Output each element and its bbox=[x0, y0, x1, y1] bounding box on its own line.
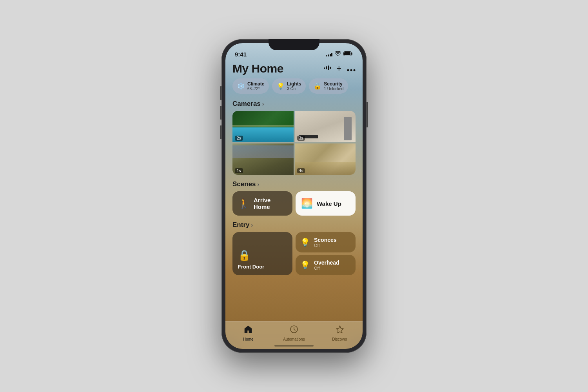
wake-up-card[interactable]: 🌅 Wake Up bbox=[296, 191, 356, 216]
signal-icon bbox=[326, 52, 333, 56]
security-pill[interactable]: 🔒 Security 1 Unlocked bbox=[309, 78, 348, 94]
security-sub: 1 Unlocked bbox=[324, 87, 343, 91]
climate-sub: 68–72° bbox=[247, 87, 264, 91]
sconces-icon: 💡 bbox=[300, 238, 310, 247]
overhead-status: Off bbox=[314, 266, 339, 270]
page-title: My Home bbox=[232, 62, 283, 75]
security-label: Security bbox=[324, 81, 343, 87]
lights-icon: 💡 bbox=[277, 82, 285, 90]
app-header: My Home + bbox=[232, 60, 356, 75]
cameras-label: Cameras bbox=[232, 100, 261, 108]
svg-point-6 bbox=[347, 69, 349, 71]
tab-automations[interactable]: Automations bbox=[282, 325, 306, 341]
lights-label: Lights bbox=[287, 81, 301, 87]
battery-icon bbox=[343, 51, 353, 57]
home-tab-icon bbox=[244, 325, 252, 336]
camera-gym-timer: 3s bbox=[297, 136, 305, 141]
svg-rect-1 bbox=[344, 52, 350, 55]
status-icons bbox=[326, 51, 354, 57]
status-pills: ❄️ Climate 68–72° 💡 Lights 3 On 🔒 bbox=[232, 78, 356, 94]
climate-icon: ❄️ bbox=[237, 82, 245, 90]
home-tab-label: Home bbox=[243, 337, 254, 341]
overhead-icon: 💡 bbox=[300, 260, 310, 270]
sconces-name: Sconces bbox=[314, 237, 337, 243]
add-button[interactable]: + bbox=[336, 64, 341, 74]
main-content: My Home + bbox=[225, 60, 363, 325]
security-icon: 🔒 bbox=[314, 82, 321, 90]
camera-living[interactable]: 4s bbox=[295, 143, 356, 175]
svg-point-8 bbox=[354, 69, 356, 71]
entry-chevron: › bbox=[251, 222, 253, 228]
wake-up-label: Wake Up bbox=[317, 200, 341, 207]
cameras-section-header[interactable]: Cameras › bbox=[232, 100, 356, 108]
camera-pool[interactable]: 2s bbox=[232, 111, 294, 142]
svg-rect-2 bbox=[324, 67, 325, 69]
scenes-label: Scenes bbox=[232, 180, 256, 188]
svg-rect-4 bbox=[328, 65, 329, 70]
header-actions: + bbox=[324, 64, 356, 74]
front-door-label: Front Door bbox=[238, 264, 287, 270]
scenes-chevron: › bbox=[258, 181, 260, 187]
phone-screen: 9:41 bbox=[225, 43, 363, 349]
tab-discover[interactable]: Discover bbox=[328, 325, 352, 341]
status-time: 9:41 bbox=[235, 51, 247, 58]
entry-section-header[interactable]: Entry › bbox=[232, 221, 356, 229]
camera-outdoor-timer: 1s bbox=[235, 168, 243, 173]
front-door-card[interactable]: 🔒 Front Door bbox=[232, 232, 292, 275]
scenes-section-header[interactable]: Scenes › bbox=[232, 180, 356, 188]
scenes-row: 🚶 Arrive Home 🌅 Wake Up bbox=[232, 191, 356, 216]
sconces-status: Off bbox=[314, 243, 337, 248]
entry-grid: 🔒 Front Door 💡 Sconces Off 💡 bbox=[232, 232, 356, 275]
front-door-icon: 🔒 bbox=[238, 249, 287, 261]
wifi-icon bbox=[335, 51, 341, 57]
home-indicator bbox=[274, 345, 314, 347]
svg-point-7 bbox=[350, 69, 352, 71]
sconces-card[interactable]: 💡 Sconces Off bbox=[296, 232, 356, 252]
wake-up-icon: 🌅 bbox=[301, 198, 313, 209]
lights-pill[interactable]: 💡 Lights 3 On bbox=[272, 78, 306, 94]
notch bbox=[269, 39, 319, 50]
cameras-chevron: › bbox=[262, 101, 264, 107]
camera-gym[interactable]: 3s bbox=[295, 111, 356, 142]
arrive-home-label: Arrive Home bbox=[254, 197, 287, 210]
arrive-home-card[interactable]: 🚶 Arrive Home bbox=[232, 191, 292, 216]
climate-pill[interactable]: ❄️ Climate 68–72° bbox=[232, 78, 269, 94]
cameras-grid: 2s 3s 1s bbox=[232, 111, 356, 175]
discover-tab-label: Discover bbox=[332, 337, 347, 341]
more-button[interactable] bbox=[347, 64, 356, 73]
camera-living-timer: 4s bbox=[297, 168, 305, 173]
climate-label: Climate bbox=[247, 81, 264, 87]
arrive-home-icon: 🚶 bbox=[238, 198, 250, 209]
camera-outdoor[interactable]: 1s bbox=[232, 143, 294, 175]
svg-marker-10 bbox=[336, 326, 343, 333]
phone-frame: 9:41 bbox=[221, 39, 367, 353]
voice-button[interactable] bbox=[324, 64, 331, 73]
svg-rect-3 bbox=[326, 66, 327, 69]
lights-sub: 3 On bbox=[287, 87, 301, 91]
overhead-name: Overhead bbox=[314, 260, 339, 266]
automations-tab-label: Automations bbox=[283, 337, 305, 341]
camera-pool-timer: 2s bbox=[235, 136, 243, 141]
entry-lights: 💡 Sconces Off 💡 Overhead Off bbox=[296, 232, 356, 275]
entry-label: Entry bbox=[232, 221, 249, 229]
automations-tab-icon bbox=[290, 325, 298, 336]
tab-home[interactable]: Home bbox=[236, 325, 260, 341]
svg-rect-5 bbox=[330, 67, 331, 69]
overhead-card[interactable]: 💡 Overhead Off bbox=[296, 255, 356, 275]
discover-tab-icon bbox=[336, 325, 344, 336]
